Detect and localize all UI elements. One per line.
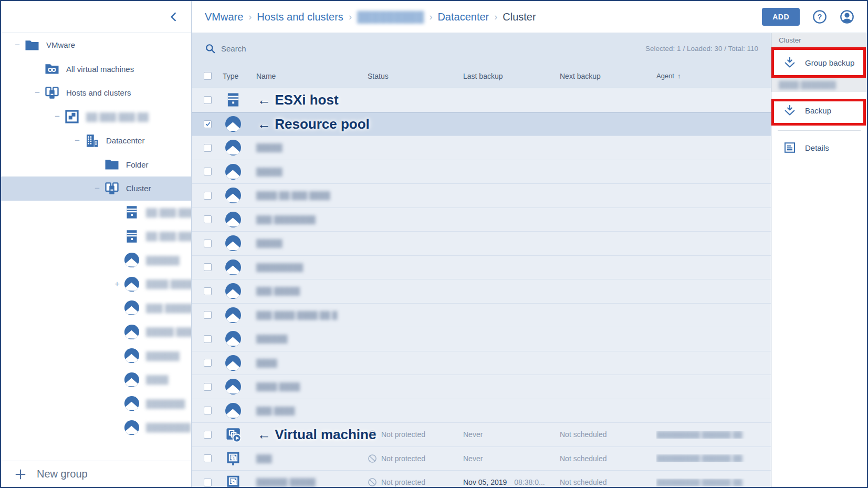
- tree-item[interactable]: ██ ███ ███ █: [1, 224, 191, 248]
- select-all-checkbox[interactable]: [204, 72, 212, 80]
- table-row[interactable]: ███ █████: [192, 279, 771, 304]
- row-type-cell: [223, 330, 256, 347]
- account-icon[interactable]: [840, 9, 854, 24]
- tree-item-selected[interactable]: −Cluster: [1, 176, 191, 201]
- table-row[interactable]: ███Not protectedNeverNot scheduled██████…: [192, 447, 771, 471]
- row-checkbox[interactable]: [204, 240, 212, 247]
- tree-item[interactable]: −VMware: [1, 33, 191, 57]
- tree-item-label: █████ ████: [146, 327, 191, 336]
- tree-expander-minus[interactable]: −: [70, 136, 84, 146]
- table-row[interactable]: █████: [192, 160, 771, 184]
- tree-item[interactable]: −██ ███ ███ ██: [1, 105, 191, 129]
- column-header-next-backup[interactable]: Next backup: [560, 72, 656, 80]
- row-checkbox[interactable]: [204, 96, 212, 104]
- table-row[interactable]: ████ ██ ███ ████: [192, 184, 771, 208]
- row-checkbox[interactable]: [204, 311, 212, 319]
- sidebar-collapse-button[interactable]: [167, 10, 181, 24]
- tree-item[interactable]: ██████: [1, 344, 191, 368]
- tree-item[interactable]: ███████: [1, 392, 191, 416]
- table-row[interactable]: ██████: [192, 327, 771, 351]
- panel-action-backup[interactable]: Backup: [771, 92, 867, 129]
- row-name-cell: ███ ████ ████ ██ █: [256, 311, 368, 319]
- search-placeholder: Search: [221, 44, 246, 53]
- breadcrumb-item[interactable]: Hosts and clusters: [257, 11, 343, 23]
- table-row[interactable]: ████: [192, 351, 771, 376]
- agent-value: █████████ ██████ ██: [656, 479, 742, 486]
- table-row[interactable]: ███ ████████: [192, 208, 771, 232]
- tree-item[interactable]: █████ ████: [1, 320, 191, 344]
- add-button[interactable]: ADD: [762, 8, 800, 26]
- tree-item[interactable]: Folder: [1, 153, 191, 177]
- row-checkbox[interactable]: [204, 120, 212, 128]
- row-checkbox[interactable]: [204, 383, 212, 391]
- row-checkbox-cell: [192, 311, 223, 319]
- breadcrumb-item[interactable]: Datacenter: [437, 11, 489, 23]
- row-checkbox[interactable]: [204, 335, 212, 343]
- table-row[interactable]: ← Virtual machineNot protectedNeverNot s…: [192, 423, 771, 447]
- help-icon[interactable]: ?: [812, 9, 827, 24]
- tree-item[interactable]: −Datacenter: [1, 129, 191, 153]
- table-row[interactable]: █████████: [192, 256, 771, 280]
- panel-section-title: Cluster: [779, 36, 801, 44]
- tree-item-label: All virtual machines: [66, 65, 134, 74]
- row-name-cell: ███ █████: [256, 287, 368, 295]
- row-last-backup-cell: Nov 05, 201908:38:0...: [463, 478, 560, 486]
- table-row[interactable]: ████ ████: [192, 375, 771, 399]
- table-row[interactable]: ███ ████ ████ ██ █: [192, 304, 771, 328]
- breadcrumb-item[interactable]: VMware: [205, 11, 243, 23]
- tree-expander-minus[interactable]: −: [30, 88, 44, 98]
- tree-item[interactable]: ██████: [1, 248, 191, 273]
- column-header-last-backup[interactable]: Last backup: [463, 72, 560, 80]
- topbar: VMware›Hosts and clusters›█████████›Data…: [192, 1, 867, 33]
- row-checkbox[interactable]: [204, 263, 212, 271]
- column-header-label: Name: [256, 72, 276, 80]
- tree-item[interactable]: ████: [1, 368, 191, 392]
- row-name: █████: [256, 143, 283, 152]
- resource-pool-icon: [225, 402, 242, 419]
- table-row[interactable]: ██████ █████Not protectedNov 05, 201908:…: [192, 471, 771, 487]
- row-checkbox[interactable]: [204, 168, 212, 175]
- tree-item-label: Hosts and clusters: [66, 88, 131, 97]
- table-row[interactable]: ← Resource pool: [192, 112, 771, 137]
- row-checkbox[interactable]: [204, 215, 212, 223]
- app-window: −VMwareAll virtual machines−Hosts and cl…: [0, 0, 868, 488]
- row-checkbox[interactable]: [204, 144, 212, 152]
- breadcrumb-item[interactable]: █████████: [357, 11, 424, 23]
- tree-item[interactable]: +████ ██████: [1, 272, 191, 296]
- new-group-button[interactable]: New group: [1, 461, 191, 487]
- tree-item[interactable]: −Hosts and clusters: [1, 81, 191, 105]
- tree-item-label: ██ ███ ███ █: [146, 208, 191, 217]
- row-checkbox[interactable]: [204, 407, 212, 414]
- last-backup-value: Nov 05, 2019: [463, 478, 507, 486]
- row-checkbox[interactable]: [204, 287, 212, 295]
- tree-item[interactable]: ████████: [1, 416, 191, 440]
- column-header-name[interactable]: Name: [256, 72, 368, 80]
- table-row[interactable]: ███ ████: [192, 399, 771, 423]
- tree-item[interactable]: ███ █████: [1, 296, 191, 320]
- column-header-type[interactable]: Type: [223, 72, 256, 80]
- row-checkbox[interactable]: [204, 479, 212, 486]
- search-input[interactable]: Search: [205, 43, 645, 54]
- resource-pool-icon: [225, 139, 242, 156]
- row-checkbox[interactable]: [204, 192, 212, 200]
- vm-running-icon: [225, 426, 242, 443]
- row-checkbox[interactable]: [204, 359, 212, 367]
- row-checkbox[interactable]: [204, 454, 212, 462]
- tree-expander-minus[interactable]: −: [90, 183, 104, 194]
- tree-expander-plus[interactable]: +: [110, 279, 124, 289]
- resource-pool-icon: [225, 378, 242, 395]
- column-header-status[interactable]: Status: [368, 72, 463, 80]
- tree-item[interactable]: All virtual machines: [1, 57, 191, 81]
- resource-pool-icon: [225, 163, 242, 180]
- row-checkbox[interactable]: [204, 431, 212, 439]
- tree-item-label: ████ ██████: [146, 279, 191, 288]
- table-row[interactable]: █████: [192, 232, 771, 256]
- table-row[interactable]: ← ESXi host: [192, 88, 771, 112]
- panel-action-group-backup[interactable]: Group backup: [771, 47, 867, 78]
- table-row[interactable]: █████: [192, 136, 771, 160]
- tree-expander-minus[interactable]: −: [11, 40, 24, 50]
- tree-item[interactable]: ██ ███ ███ █: [1, 201, 191, 225]
- column-header-agent[interactable]: Agent↑: [656, 72, 771, 80]
- tree-expander-minus[interactable]: −: [50, 111, 64, 122]
- panel-action-details[interactable]: Details: [771, 132, 867, 163]
